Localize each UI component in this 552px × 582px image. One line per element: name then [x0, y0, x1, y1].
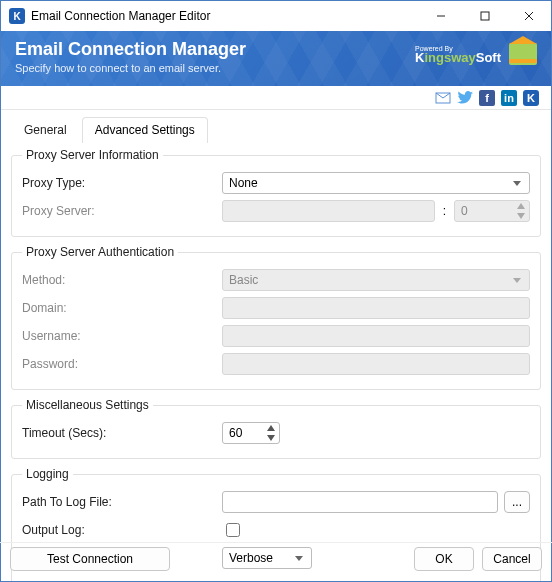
timeout-spinner[interactable] — [263, 423, 279, 443]
label-method: Method: — [22, 273, 222, 287]
proxy-port-spinner — [513, 201, 529, 221]
powered-by-logo: Powered By KingswaySoft — [415, 45, 501, 64]
twitter-icon[interactable] — [457, 90, 473, 106]
legend-proxy-info: Proxy Server Information — [22, 148, 163, 162]
label-proxy-type: Proxy Type: — [22, 176, 222, 190]
ok-button[interactable]: OK — [414, 547, 474, 571]
tabs: General Advanced Settings — [1, 110, 551, 142]
window-controls — [419, 1, 551, 31]
svg-marker-6 — [517, 213, 525, 219]
proxy-port-separator: : — [441, 204, 448, 218]
close-button[interactable] — [507, 1, 551, 31]
tab-advanced-settings[interactable]: Advanced Settings — [82, 117, 208, 143]
kingswaysoft-icon[interactable]: K — [523, 90, 539, 106]
group-proxy-server-authentication: Proxy Server Authentication Method: Basi… — [11, 245, 541, 390]
cancel-button[interactable]: Cancel — [482, 547, 542, 571]
group-proxy-server-information: Proxy Server Information Proxy Type: Non… — [11, 148, 541, 237]
group-miscellaneous-settings: Miscellaneous Settings Timeout (Secs): — [11, 398, 541, 459]
timeout-down-button[interactable] — [263, 433, 279, 443]
banner-subtitle: Specify how to connect to an email serve… — [15, 62, 246, 74]
method-select: Basic — [222, 269, 530, 291]
app-icon: K — [9, 8, 25, 24]
legend-logging: Logging — [22, 467, 73, 481]
output-log-checkbox[interactable] — [226, 523, 240, 537]
label-timeout: Timeout (Secs): — [22, 426, 222, 440]
proxy-server-input — [222, 200, 435, 222]
timeout-up-button[interactable] — [263, 423, 279, 433]
label-password: Password: — [22, 357, 222, 371]
social-row: f in K — [1, 86, 551, 110]
banner-title: Email Connection Manager — [15, 39, 246, 60]
svg-rect-1 — [481, 12, 489, 20]
minimize-button[interactable] — [419, 1, 463, 31]
svg-marker-8 — [267, 435, 275, 441]
label-output-log: Output Log: — [22, 523, 222, 537]
label-path-to-log-file: Path To Log File: — [22, 495, 222, 509]
email-link-icon[interactable] — [435, 90, 451, 106]
svg-marker-5 — [517, 203, 525, 209]
facebook-icon[interactable]: f — [479, 90, 495, 106]
titlebar: K Email Connection Manager Editor — [1, 1, 551, 31]
browse-button[interactable]: ... — [504, 491, 530, 513]
label-username: Username: — [22, 329, 222, 343]
username-input — [222, 325, 530, 347]
legend-misc: Miscellaneous Settings — [22, 398, 153, 412]
header-banner: Email Connection Manager Specify how to … — [1, 31, 551, 86]
window-title: Email Connection Manager Editor — [31, 9, 419, 23]
email-icon — [509, 43, 537, 65]
proxy-type-select[interactable]: None — [222, 172, 530, 194]
tab-general[interactable]: General — [11, 117, 80, 143]
label-proxy-server: Proxy Server: — [22, 204, 222, 218]
legend-proxy-auth: Proxy Server Authentication — [22, 245, 178, 259]
bottom-bar: Test Connection OK Cancel — [0, 542, 552, 582]
content-panel: Proxy Server Information Proxy Type: Non… — [1, 148, 551, 582]
label-domain: Domain: — [22, 301, 222, 315]
test-connection-button[interactable]: Test Connection — [10, 547, 170, 571]
password-input — [222, 353, 530, 375]
svg-marker-7 — [267, 425, 275, 431]
maximize-button[interactable] — [463, 1, 507, 31]
log-path-input[interactable] — [222, 491, 498, 513]
linkedin-icon[interactable]: in — [501, 90, 517, 106]
domain-input — [222, 297, 530, 319]
